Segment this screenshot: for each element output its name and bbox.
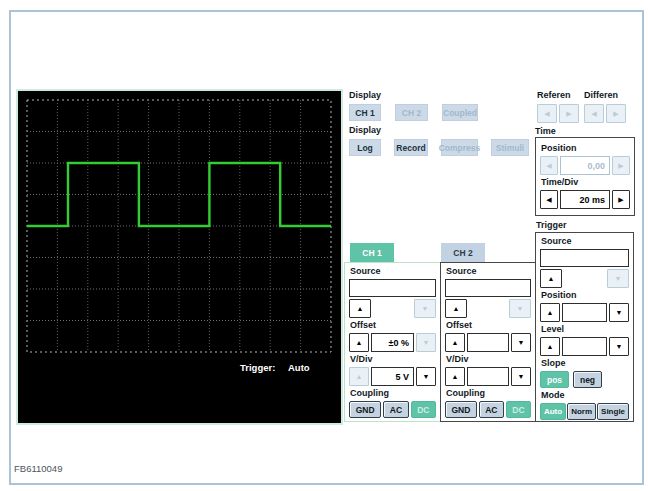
down-arrow-icon: ▼ bbox=[422, 305, 429, 312]
slope-neg-button[interactable]: neg bbox=[573, 371, 602, 388]
trigger-level-down-button[interactable]: ▼ bbox=[609, 337, 629, 356]
ch2-offset-up-button[interactable]: ▲ bbox=[445, 333, 465, 352]
ch1-vdiv-up-button[interactable]: ▲ bbox=[349, 367, 369, 386]
mode-auto-button[interactable]: Auto bbox=[540, 403, 566, 420]
up-arrow-icon: ▲ bbox=[356, 373, 363, 380]
ch1-coupling-gnd-button[interactable]: GND bbox=[349, 401, 381, 418]
down-arrow-icon: ▼ bbox=[616, 309, 623, 316]
left-arrow-icon: ◀ bbox=[546, 162, 551, 169]
time-label: Time bbox=[535, 126, 556, 137]
trigger-label: Trigger bbox=[536, 220, 567, 231]
ch2-offset-field[interactable] bbox=[467, 333, 509, 352]
ch2-offset-down-button[interactable]: ▼ bbox=[511, 333, 531, 352]
display-coupled-button[interactable]: Coupled bbox=[442, 104, 478, 121]
trigger-position-field[interactable] bbox=[562, 303, 607, 322]
up-arrow-icon: ▲ bbox=[357, 305, 364, 312]
ch2-vdiv-label: V/Div bbox=[446, 354, 531, 365]
up-arrow-icon: ▲ bbox=[452, 339, 459, 346]
trigger-position-up-button[interactable]: ▲ bbox=[540, 303, 560, 322]
trigger-position-down-button[interactable]: ▼ bbox=[609, 303, 629, 322]
figure-id: FB6110049 bbox=[14, 463, 62, 474]
ch1-offset-down-button[interactable]: ▼ bbox=[416, 333, 436, 352]
compress-button[interactable]: Compress bbox=[441, 139, 478, 156]
down-arrow-icon: ▼ bbox=[615, 275, 622, 282]
reference-prev-button[interactable]: ◀ bbox=[537, 104, 557, 123]
difference-next-button[interactable]: ▶ bbox=[606, 104, 626, 123]
reference-next-button[interactable]: ▶ bbox=[559, 104, 579, 123]
display-modes-section: Display Log Record Compress Stimuli bbox=[349, 125, 534, 156]
time-position-field[interactable]: 0,00 bbox=[560, 156, 610, 175]
trigger-mode-label: Mode bbox=[541, 390, 629, 401]
left-arrow-icon: ◀ bbox=[546, 196, 551, 203]
trigger-level-field[interactable] bbox=[562, 337, 607, 356]
timediv-label: Time/Div bbox=[541, 177, 630, 188]
trigger-status-value: Auto bbox=[288, 362, 310, 373]
log-button[interactable]: Log bbox=[349, 139, 381, 156]
right-arrow-icon: ▶ bbox=[613, 110, 618, 117]
ch2-coupling-gnd-button[interactable]: GND bbox=[445, 401, 477, 418]
reference-label: Referen bbox=[537, 90, 579, 101]
stimuli-button[interactable]: Stimuli bbox=[491, 139, 529, 156]
up-arrow-icon: ▲ bbox=[452, 373, 459, 380]
ch1-source-up-button[interactable]: ▲ bbox=[349, 299, 371, 318]
ch1-box: Source ▲ ▼ Offset ▲ ±0 % ▼ V/Div ▲ 5 V ▼… bbox=[344, 262, 441, 422]
display-channels-section: Display CH 1 CH 2 Coupled bbox=[349, 90, 534, 121]
display-ch2-button[interactable]: CH 2 bbox=[395, 104, 428, 121]
slope-pos-button[interactable]: pos bbox=[540, 371, 569, 388]
oscilloscope-display: Trigger: Auto bbox=[16, 89, 343, 425]
ch2-source-field[interactable] bbox=[445, 279, 531, 297]
timediv-increase-button[interactable]: ▶ bbox=[612, 190, 630, 209]
app-window: Trigger: Auto Display CH 1 CH 2 Coupled … bbox=[0, 0, 648, 491]
difference-prev-button[interactable]: ◀ bbox=[584, 104, 604, 123]
ch1-coupling-label: Coupling bbox=[350, 388, 436, 399]
ch2-coupling-ac-button[interactable]: AC bbox=[479, 401, 504, 418]
ch1-offset-up-button[interactable]: ▲ bbox=[349, 333, 369, 352]
display-channels-label: Display bbox=[349, 90, 534, 101]
down-arrow-icon: ▼ bbox=[423, 373, 430, 380]
time-position-increase-button[interactable]: ▶ bbox=[612, 156, 630, 175]
down-arrow-icon: ▼ bbox=[518, 373, 525, 380]
mode-single-button[interactable]: Single bbox=[597, 403, 629, 420]
ch1-vdiv-down-button[interactable]: ▼ bbox=[416, 367, 436, 386]
up-arrow-icon: ▲ bbox=[453, 305, 460, 312]
display-modes-label: Display bbox=[349, 125, 534, 136]
ch1-source-field[interactable] bbox=[349, 279, 436, 297]
trigger-level-label: Level bbox=[541, 324, 629, 335]
ch2-box: Source ▲ ▼ Offset ▲ ▼ V/Div ▲ ▼ Coupling… bbox=[440, 262, 536, 422]
up-arrow-icon: ▲ bbox=[547, 343, 554, 350]
record-button[interactable]: Record bbox=[394, 139, 428, 156]
trigger-section: Trigger bbox=[536, 220, 567, 231]
ch2-offset-label: Offset bbox=[446, 320, 531, 331]
tab-ch1[interactable]: CH 1 bbox=[350, 243, 394, 262]
trigger-source-down-button[interactable]: ▼ bbox=[607, 269, 629, 288]
time-box: Position ◀ 0,00 ▶ Time/Div ◀ 20 ms ▶ bbox=[535, 137, 635, 216]
trigger-position-label: Position bbox=[541, 290, 629, 301]
time-position-decrease-button[interactable]: ◀ bbox=[540, 156, 558, 175]
right-arrow-icon: ▶ bbox=[618, 196, 623, 203]
timediv-decrease-button[interactable]: ◀ bbox=[540, 190, 558, 209]
ch1-coupling-dc-button[interactable]: DC bbox=[411, 401, 436, 418]
ch1-source-label: Source bbox=[350, 266, 436, 277]
ch1-vdiv-field[interactable]: 5 V bbox=[371, 367, 414, 386]
trigger-level-up-button[interactable]: ▲ bbox=[540, 337, 560, 356]
trigger-source-up-button[interactable]: ▲ bbox=[540, 269, 562, 288]
ch2-vdiv-down-button[interactable]: ▼ bbox=[511, 367, 531, 386]
down-arrow-icon: ▼ bbox=[616, 343, 623, 350]
display-ch1-button[interactable]: CH 1 bbox=[349, 104, 381, 121]
ch2-vdiv-up-button[interactable]: ▲ bbox=[445, 367, 465, 386]
ch1-source-down-button[interactable]: ▼ bbox=[414, 299, 436, 318]
trigger-status-label: Trigger: bbox=[240, 362, 275, 373]
tab-ch2[interactable]: CH 2 bbox=[441, 243, 485, 262]
ch2-source-up-button[interactable]: ▲ bbox=[445, 299, 467, 318]
ch1-offset-field[interactable]: ±0 % bbox=[371, 333, 414, 352]
time-position-label: Position bbox=[541, 143, 630, 154]
ch1-coupling-ac-button[interactable]: AC bbox=[383, 401, 408, 418]
mode-norm-button[interactable]: Norm bbox=[567, 403, 596, 420]
ch2-source-down-button[interactable]: ▼ bbox=[509, 299, 531, 318]
timediv-field[interactable]: 20 ms bbox=[560, 190, 610, 209]
trigger-source-field[interactable] bbox=[540, 249, 629, 267]
ch2-vdiv-field[interactable] bbox=[467, 367, 509, 386]
ch1-offset-label: Offset bbox=[350, 320, 436, 331]
ch2-coupling-label: Coupling bbox=[446, 388, 531, 399]
ch2-coupling-dc-button[interactable]: DC bbox=[506, 401, 531, 418]
